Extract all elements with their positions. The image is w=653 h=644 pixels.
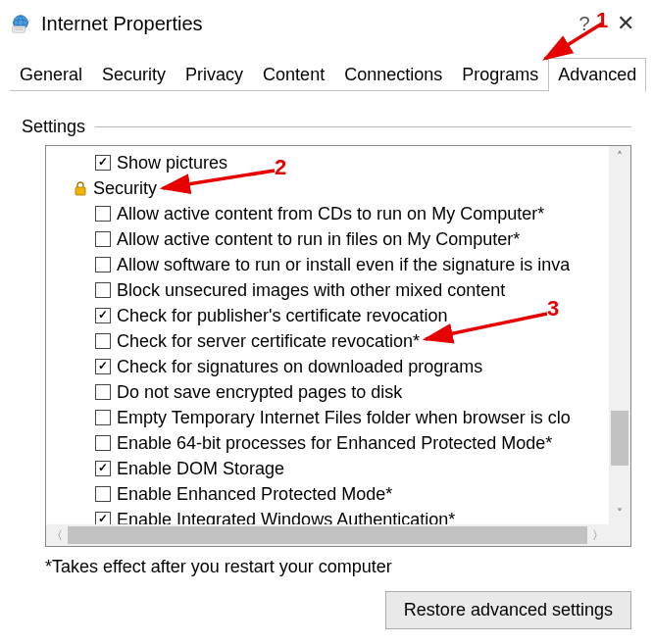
vertical-scroll-track[interactable] (609, 168, 630, 503)
list-item[interactable]: Check for publisher's certificate revoca… (48, 303, 607, 328)
tab-label: Programs (462, 65, 538, 84)
tab-label: Privacy (185, 65, 243, 84)
checkbox[interactable] (95, 206, 111, 222)
checkbox[interactable] (95, 282, 111, 298)
list-item-label: Enable DOM Storage (117, 459, 284, 479)
horizontal-scrollbar[interactable]: 〈 〉 (46, 524, 609, 546)
list-item-label: Empty Temporary Internet Files folder wh… (117, 408, 571, 428)
list-item-label: Enable Integrated Windows Authentication… (117, 510, 455, 525)
scroll-right-icon[interactable]: 〉 (587, 524, 609, 546)
list-item-label: Check for server certificate revocation* (117, 331, 420, 352)
list-item-label: Block unsecured images with other mixed … (117, 280, 505, 301)
horizontal-scroll-track[interactable] (68, 526, 587, 544)
list-item-label: Allow software to run or install even if… (117, 255, 570, 275)
scroll-up-icon[interactable]: ˄ (609, 146, 630, 168)
tab-label: General (20, 65, 82, 84)
list-item-label: Check for publisher's certificate revoca… (117, 306, 448, 326)
checkbox[interactable] (95, 461, 111, 476)
window-title: Internet Properties (41, 13, 565, 35)
list-item-label: Allow active content from CDs to run on … (117, 204, 544, 224)
vertical-scroll-thumb[interactable] (611, 411, 628, 466)
tab-panel-advanced: Settings Show pictures Security (0, 91, 653, 635)
settings-group-label: Settings (22, 117, 85, 137)
restart-footnote: *Takes effect after you restart your com… (45, 557, 631, 577)
list-item[interactable]: Enable Integrated Windows Authentication… (48, 507, 607, 524)
tab-label: Advanced (558, 65, 636, 84)
list-item-label: Show pictures (117, 153, 227, 173)
checkbox[interactable] (95, 257, 111, 272)
svg-rect-5 (75, 187, 85, 195)
annotation-number-3: 3 (547, 296, 559, 322)
list-item[interactable]: Check for signatures on downloaded progr… (48, 354, 607, 379)
list-item[interactable]: Show pictures (48, 150, 607, 175)
annotation-number-1: 1 (596, 8, 608, 33)
tabstrip: General Security Privacy Content Connect… (0, 45, 653, 91)
button-row: Restore advanced settings (22, 591, 631, 629)
list-item-label: Enable 64-bit processes for Enhanced Pro… (117, 433, 552, 454)
list-section-security: Security (48, 175, 607, 201)
tab-privacy[interactable]: Privacy (176, 58, 253, 92)
list-item-label: Allow active content to run in files on … (117, 229, 520, 250)
list-item[interactable]: Enable Enhanced Protected Mode* (48, 481, 607, 507)
list-item[interactable]: Allow active content from CDs to run on … (48, 201, 607, 226)
tab-content[interactable]: Content (253, 58, 334, 92)
globe-icon (10, 13, 31, 34)
list-item-label: Do not save encrypted pages to disk (117, 382, 402, 403)
settings-listbox: Show pictures Security Allow active cont… (45, 145, 631, 547)
tab-general[interactable]: General (10, 58, 92, 92)
restore-advanced-label: Restore advanced settings (404, 600, 613, 619)
scrollbar-corner (609, 524, 630, 546)
tab-advanced[interactable]: Advanced (548, 58, 646, 92)
restore-advanced-button[interactable]: Restore advanced settings (385, 591, 631, 629)
list-item[interactable]: Allow software to run or install even if… (48, 252, 607, 277)
close-button[interactable]: ✕ (604, 13, 647, 34)
checkbox[interactable] (95, 410, 111, 425)
list-item[interactable]: Enable 64-bit processes for Enhanced Pro… (48, 430, 607, 456)
checkbox[interactable] (95, 308, 111, 323)
tab-label: Connections (344, 65, 442, 84)
list-item[interactable]: Do not save encrypted pages to disk (48, 379, 607, 405)
checkbox[interactable] (95, 512, 111, 524)
tab-label: Security (102, 65, 166, 84)
list-item[interactable]: Block unsecured images with other mixed … (48, 277, 607, 303)
list-item[interactable]: Enable DOM Storage (48, 456, 607, 481)
annotation-number-2: 2 (275, 155, 286, 180)
list-item[interactable]: Empty Temporary Internet Files folder wh… (48, 405, 607, 430)
settings-group-header: Settings (22, 117, 631, 137)
checkbox[interactable] (95, 333, 111, 349)
vertical-scrollbar[interactable]: ˄ ˅ (609, 146, 630, 524)
tab-label: Content (263, 65, 325, 84)
settings-group-rule (95, 126, 631, 127)
list-item[interactable]: Check for server certificate revocation* (48, 328, 607, 354)
lock-icon (72, 179, 89, 197)
tab-connections[interactable]: Connections (334, 58, 452, 92)
list-item-label: Enable Enhanced Protected Mode* (117, 484, 392, 505)
scroll-left-icon[interactable]: 〈 (46, 524, 68, 546)
checkbox[interactable] (95, 435, 111, 451)
tab-security[interactable]: Security (92, 58, 176, 92)
list-item-label: Check for signatures on downloaded progr… (117, 357, 482, 377)
settings-list-viewport[interactable]: Show pictures Security Allow active cont… (46, 146, 609, 524)
titlebar: Internet Properties ? ✕ (0, 0, 653, 45)
tab-programs[interactable]: Programs (452, 58, 548, 92)
list-item[interactable]: Allow active content to run in files on … (48, 226, 607, 252)
svg-rect-2 (13, 26, 25, 32)
checkbox[interactable] (95, 384, 111, 400)
checkbox[interactable] (95, 155, 111, 171)
scroll-down-icon[interactable]: ˅ (609, 503, 630, 524)
checkbox[interactable] (95, 359, 111, 374)
checkbox[interactable] (95, 231, 111, 247)
list-section-label: Security (93, 178, 157, 199)
checkbox[interactable] (95, 486, 111, 502)
